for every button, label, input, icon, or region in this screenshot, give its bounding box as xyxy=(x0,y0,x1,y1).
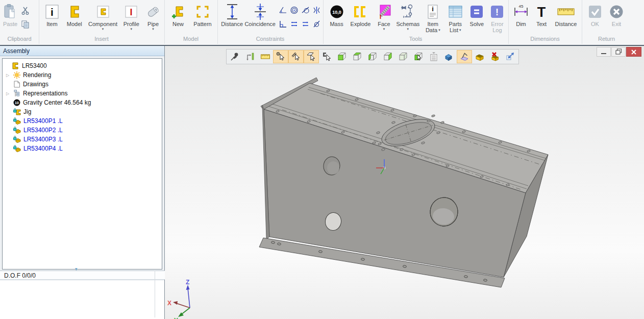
group-label-dimensions: Dimensions xyxy=(508,36,582,42)
antitangent-constraint-button[interactable] xyxy=(311,20,322,34)
tree-item-rendering[interactable]: ▷ Rendering xyxy=(3,70,162,80)
ribbon-group-insert: i Item Model Component ▾ I xyxy=(39,0,165,44)
symmetry-constraint-button[interactable] xyxy=(311,6,322,20)
dropdown-arrow-icon: ▾ xyxy=(459,28,461,32)
select-component-button[interactable] xyxy=(319,50,334,63)
parts-list-button[interactable]: Parts List▾ xyxy=(444,3,466,33)
tangent-constraint-button[interactable] xyxy=(300,6,311,20)
svg-text:I: I xyxy=(130,7,133,17)
mass-button[interactable]: 10,0 Mass xyxy=(326,3,348,27)
box-open-button[interactable] xyxy=(472,50,487,63)
schemas-button[interactable]: Schemas ▾ xyxy=(394,3,422,31)
viewport-3d[interactable]: Z X Y xyxy=(165,46,644,319)
close-button[interactable] xyxy=(626,47,641,57)
expander-icon[interactable]: ▷ xyxy=(5,91,11,96)
tree-item-lr53400p3[interactable]: LR53400P3 .L xyxy=(3,135,162,144)
item-button[interactable]: i Item xyxy=(41,3,63,27)
select-face-button[interactable] xyxy=(304,50,319,63)
view-top-button[interactable] xyxy=(350,50,365,63)
component-button[interactable]: Component ▾ xyxy=(86,3,120,31)
measure-icon xyxy=(245,52,255,62)
angle-constraint-button[interactable] xyxy=(277,6,288,20)
part-3d-button[interactable] xyxy=(441,50,457,63)
tree-item-representations[interactable]: ▷ Representations xyxy=(3,89,162,98)
svg-text:10: 10 xyxy=(15,101,19,105)
tree-item-drawings[interactable]: Drawings xyxy=(3,80,162,89)
part-locked-icon xyxy=(13,117,21,125)
pin-button[interactable] xyxy=(227,50,242,63)
dim-button[interactable]: 45 Dim xyxy=(511,3,531,27)
ribbon-group-constraints: Distance Coincidence Constraints xyxy=(217,0,324,44)
pipe-button[interactable]: Pipe ▾ xyxy=(143,3,163,31)
group-label-constraints: Constraints xyxy=(217,36,323,42)
select-point-button[interactable] xyxy=(273,50,288,63)
cube-right-face-icon xyxy=(383,52,393,62)
list-document-button[interactable] xyxy=(426,50,441,63)
select-body-button[interactable] xyxy=(411,50,426,63)
dropdown-arrow-icon: ▾ xyxy=(102,27,104,31)
distance-measure-button[interactable]: Distance xyxy=(552,3,580,27)
tree-item-lr53400p4[interactable]: LR53400P4 .L xyxy=(3,144,162,153)
distance-constraint-button[interactable]: Distance xyxy=(220,3,244,27)
ok-button[interactable]: OK xyxy=(584,3,606,27)
gravity-icon: 10 xyxy=(13,99,21,107)
face-icon: I xyxy=(376,3,391,21)
box-delete-button[interactable] xyxy=(487,50,503,63)
jig-locked-icon xyxy=(13,108,21,116)
concentric-constraint-button[interactable] xyxy=(288,6,300,20)
dropdown-arrow-icon: ▾ xyxy=(383,27,385,31)
ribbon-group-model: New Pattern Model xyxy=(164,0,218,44)
tree-item-lr53400[interactable]: LR53400 xyxy=(3,61,162,70)
perpendicular-constraint-button[interactable] xyxy=(277,20,288,34)
view-right-button[interactable] xyxy=(380,50,395,63)
cut-button[interactable] xyxy=(21,6,30,15)
paste-button[interactable]: Paste xyxy=(3,3,18,27)
assembly-tree: LR53400 ▷ Rendering Drawings ▷ Represent… xyxy=(2,58,162,269)
tree-item-lr53400p1[interactable]: LR53400P1 .L xyxy=(3,116,162,126)
select-edge-button[interactable] xyxy=(288,50,304,63)
pipe-icon xyxy=(145,3,161,21)
error-log-button[interactable]: ! Error Log xyxy=(487,3,507,33)
text-button[interactable]: T Text xyxy=(531,3,552,27)
tree-item-lr53400p2[interactable]: LR53400P2 .L xyxy=(3,126,162,135)
coincidence-button[interactable]: Coincidence xyxy=(244,3,276,27)
offset-constraint-button[interactable] xyxy=(300,20,311,34)
new-button[interactable]: New xyxy=(167,3,189,27)
cube-solid-icon xyxy=(398,52,408,62)
coincidence-icon xyxy=(252,3,269,21)
exit-button[interactable]: Exit xyxy=(606,3,627,27)
view-front-button[interactable] xyxy=(334,50,350,63)
explode-icon xyxy=(353,3,368,21)
parallel-constraint-button[interactable] xyxy=(288,20,300,34)
sketch-plane-button[interactable] xyxy=(457,50,472,63)
splitter-handle-icon[interactable]: ▾ xyxy=(75,267,78,272)
pattern-button[interactable]: Pattern xyxy=(189,3,216,27)
expander-icon[interactable]: ▷ xyxy=(5,73,11,78)
axis-label-z: Z xyxy=(186,279,189,286)
ruler-button[interactable] xyxy=(258,50,273,63)
tree-item-gravity-center[interactable]: 10 Gravity Center 46.564 kg xyxy=(3,98,162,107)
restore-button[interactable] xyxy=(611,47,626,57)
dropdown-arrow-icon: ▾ xyxy=(407,27,409,31)
item-data-button[interactable]: i Item Data▾ xyxy=(422,3,444,33)
ruler-icon xyxy=(557,3,575,21)
copy-button[interactable] xyxy=(21,20,30,29)
view-iso-button[interactable] xyxy=(395,50,411,63)
face-button[interactable]: I Face ▾ xyxy=(374,3,394,31)
tree-item-jig[interactable]: Jig xyxy=(3,107,162,116)
expand-view-button[interactable] xyxy=(503,50,518,63)
measure-button[interactable] xyxy=(242,50,258,63)
view-left-button[interactable] xyxy=(365,50,380,63)
ribbon-group-dimensions: 45 Dim T Text Distance Dimensions xyxy=(508,0,582,44)
component-icon xyxy=(96,3,110,21)
explode-button[interactable]: Explode xyxy=(348,3,374,27)
ruler-icon xyxy=(260,52,270,62)
minimize-button[interactable] xyxy=(597,47,611,57)
cube-top-face-icon xyxy=(352,52,362,62)
3d-model[interactable]: Z X Y xyxy=(165,46,644,319)
error-log-icon: ! xyxy=(489,3,505,21)
solve-button[interactable]: Solve xyxy=(466,3,487,27)
profile-button[interactable]: I Profile ▾ xyxy=(119,3,143,31)
model-button[interactable]: Model xyxy=(63,3,86,27)
pin-icon xyxy=(230,52,240,62)
